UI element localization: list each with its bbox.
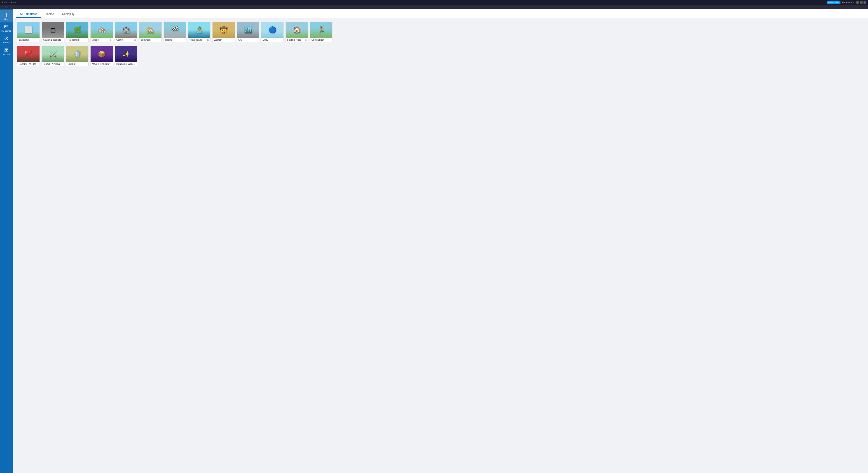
- template-village-name: Village: [92, 39, 99, 41]
- svg-rect-2: [4, 25, 8, 28]
- maximize-button[interactable]: □: [860, 1, 863, 4]
- template-western-thumb: 🤠: [213, 22, 235, 38]
- sidebar-my-games-label: My Games: [1, 30, 11, 32]
- my-games-icon: [4, 24, 9, 29]
- sidebar-item-archive[interactable]: Archive: [0, 45, 13, 57]
- template-starting-place-thumb: 🏠: [286, 22, 308, 38]
- template-racing[interactable]: 🏁 Racing: [163, 22, 186, 42]
- minimize-button[interactable]: ─: [856, 1, 859, 4]
- template-combat-thumb: 🛡️: [66, 46, 88, 62]
- template-pirate-island-thumb: 🏝️: [188, 22, 210, 38]
- sidebar: New My Games Recent: [0, 9, 13, 473]
- sidebar-item-my-games[interactable]: My Games: [0, 22, 13, 34]
- template-castle-thumb: 🏰: [115, 22, 137, 38]
- sidebar-new-label: New: [4, 18, 8, 20]
- svg-rect-8: [6, 50, 7, 51]
- template-pirate-island[interactable]: 🏝️ Pirate Island ⊞: [188, 22, 211, 42]
- template-classic-baseplate-thumb: ◻: [42, 22, 64, 38]
- template-flat-terrain-thumb: 🌿: [66, 22, 88, 38]
- new-icon: [4, 12, 9, 18]
- template-suburban[interactable]: 🏡 Suburban: [139, 22, 162, 42]
- template-castle[interactable]: 🏰 Castle ⊞: [115, 22, 137, 42]
- template-mansion-name: Mansion of Wonder: [116, 63, 136, 65]
- template-classic-baseplate[interactable]: ◻ Classic Baseplate: [41, 22, 64, 42]
- menu-bar: FILE: [0, 5, 868, 9]
- title-bar-right: What's New koderobIox ─ □ ✕: [827, 1, 866, 4]
- recent-icon: [4, 36, 9, 41]
- tab-gameplay[interactable]: Gameplay: [59, 10, 78, 18]
- template-obby-name: Obby: [263, 39, 268, 41]
- main-layout: New My Games Recent: [0, 9, 868, 473]
- template-baseplate-name: Baseplate: [19, 39, 29, 41]
- close-button[interactable]: ✕: [864, 1, 866, 4]
- template-obby[interactable]: 🔵 Obby: [261, 22, 284, 42]
- template-suburban-thumb: 🏡: [140, 22, 161, 38]
- sidebar-item-new[interactable]: New: [0, 10, 13, 22]
- template-team-ffa[interactable]: ⚔️ Team/FFA Arena: [41, 46, 64, 66]
- template-baseplate[interactable]: ⬜ Baseplate: [17, 22, 40, 42]
- sidebar-archive-label: Archive: [3, 53, 10, 56]
- svg-rect-3: [5, 26, 6, 27]
- template-western-name: Western: [214, 39, 222, 41]
- template-move-it-name: Move It Simulator: [92, 63, 110, 65]
- template-castle-name: Castle: [116, 39, 123, 41]
- template-team-ffa-thumb: ⚔️: [42, 46, 64, 62]
- sidebar-recent-label: Recent: [3, 41, 10, 44]
- svg-rect-4: [6, 26, 7, 27]
- template-starting-place-info-icon: ⊞: [305, 39, 307, 41]
- template-pirate-island-name: Pirate Island: [189, 39, 202, 41]
- template-city[interactable]: 🏙️ City: [237, 22, 259, 42]
- template-mansion[interactable]: ✨ Mansion of Wonder: [115, 46, 137, 66]
- sidebar-item-recent[interactable]: Recent: [0, 34, 13, 45]
- template-village-info-icon: ⊞: [110, 39, 111, 41]
- template-village[interactable]: 🏘️ Village ⊞: [90, 22, 113, 42]
- template-city-thumb: 🏙️: [237, 22, 259, 38]
- menu-file[interactable]: FILE: [2, 6, 10, 8]
- template-capture-flag[interactable]: 🚩 Capture The Flag: [17, 46, 40, 66]
- template-line-runner[interactable]: 🏃 Line Runner: [310, 22, 333, 42]
- template-castle-info-icon: ⊞: [134, 39, 136, 41]
- template-classic-baseplate-name: Classic Baseplate: [43, 39, 61, 41]
- template-move-it[interactable]: 📦 Move It Simulator: [90, 46, 113, 66]
- template-flat-terrain-name: Flat Terrain: [67, 39, 79, 41]
- template-starting-place[interactable]: 🏠 Starting Place ⊞: [285, 22, 308, 42]
- template-line-runner-name: Line Runner: [311, 39, 324, 41]
- tab-all-templates[interactable]: All Templates: [16, 10, 41, 18]
- template-starting-place-name: Starting Place: [287, 39, 301, 41]
- template-pirate-island-info-icon: ⊞: [207, 39, 209, 41]
- template-flat-terrain[interactable]: 🌿 Flat Terrain: [66, 22, 89, 42]
- tabs-bar: All Templates Theme Gameplay: [13, 9, 868, 18]
- app-title: Roblox Studio: [2, 1, 18, 4]
- template-combat[interactable]: 🛡️ Combat: [66, 46, 89, 66]
- whats-new-button[interactable]: What's New: [827, 1, 840, 4]
- template-capture-flag-name: Capture The Flag: [19, 63, 36, 65]
- title-bar: Roblox Studio What's New koderobIox ─ □ …: [0, 0, 868, 5]
- template-move-it-thumb: 📦: [91, 46, 113, 62]
- template-suburban-name: Suburban: [141, 39, 150, 41]
- archive-icon: [4, 48, 9, 53]
- templates-area: ⬜ Baseplate ◻ Classic Baseplate: [13, 18, 868, 473]
- svg-rect-1: [4, 15, 8, 15]
- template-baseplate-thumb: ⬜: [18, 22, 39, 38]
- template-city-name: City: [238, 39, 242, 41]
- template-team-ffa-name: Team/FFA Arena: [43, 63, 60, 65]
- template-obby-thumb: 🔵: [261, 22, 283, 38]
- template-capture-flag-thumb: 🚩: [18, 46, 39, 62]
- templates-grid: ⬜ Baseplate ◻ Classic Baseplate: [17, 22, 864, 66]
- template-racing-name: Racing: [165, 39, 172, 41]
- template-racing-thumb: 🏁: [164, 22, 186, 38]
- template-mansion-thumb: ✨: [115, 46, 137, 62]
- template-village-thumb: 🏘️: [91, 22, 113, 38]
- tab-theme[interactable]: Theme: [42, 10, 57, 18]
- window-controls: ─ □ ✕: [856, 1, 866, 4]
- username-label: koderobIox: [842, 1, 855, 4]
- template-combat-name: Combat: [67, 63, 75, 65]
- template-western[interactable]: 🤠 Western: [212, 22, 235, 42]
- template-line-runner-thumb: 🏃: [310, 22, 332, 38]
- content-area: All Templates Theme Gameplay ⬜ Baseplate: [13, 9, 868, 473]
- svg-rect-6: [4, 49, 8, 50]
